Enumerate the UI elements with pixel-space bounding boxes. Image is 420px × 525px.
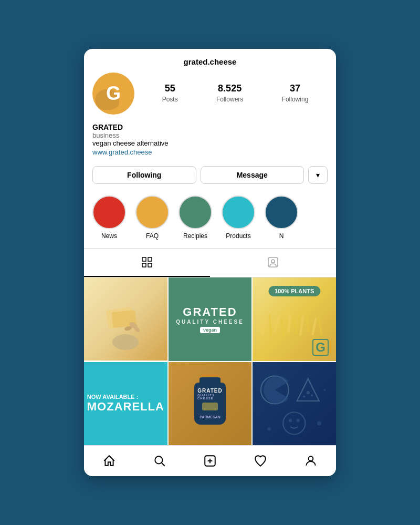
avatar[interactable]: G [92, 73, 134, 115]
profile-header: grated.cheese G 55 Posts 8.525 Followers [84, 49, 336, 161]
photo-grid: GRATED QUALITY CHEESE vegan 100% PLANTS … [84, 277, 336, 445]
svg-rect-19 [311, 318, 318, 336]
doodle-overlay [253, 362, 336, 446]
product-bag: GRATED QUALITY CHEESE PARMESAN [194, 383, 226, 425]
svg-rect-2 [142, 263, 146, 267]
svg-point-32 [155, 457, 162, 464]
svg-rect-0 [142, 258, 146, 261]
grid-item-brand[interactable]: GRATED QUALITY CHEESE vegan [169, 277, 252, 361]
grid-item-cashews[interactable] [84, 277, 167, 361]
highlight-extra[interactable]: N [265, 195, 298, 240]
grid-img-plants: 100% PLANTS G [253, 277, 336, 361]
tab-grid[interactable] [84, 249, 210, 277]
grid-item-mozarella[interactable]: NOW AVAILABLE : MOZARELLA [84, 362, 167, 446]
bag-product-sub: QUALITY CHEESE [197, 394, 223, 400]
bio-section: GRATED business vegan cheese alternative… [92, 121, 328, 161]
brand-text: GRATED QUALITY CHEESE vegan [176, 305, 244, 333]
action-buttons: Following Message ▾ [84, 161, 336, 191]
grid-img-mozarella: NOW AVAILABLE : MOZARELLA [84, 362, 167, 446]
svg-point-25 [311, 394, 313, 396]
svg-point-27 [289, 418, 292, 421]
nav-heart[interactable] [235, 450, 286, 472]
following-stat[interactable]: 37 Following [282, 83, 309, 104]
svg-point-36 [309, 457, 313, 461]
dropdown-button[interactable]: ▾ [308, 166, 328, 184]
avatar-letter: G [106, 83, 121, 105]
svg-point-30 [268, 427, 271, 430]
nav-profile[interactable] [286, 450, 336, 472]
highlight-products-circle [222, 195, 255, 229]
tab-tagged[interactable] [210, 249, 336, 277]
moz-now: NOW AVAILABLE : [87, 394, 139, 400]
highlight-news-label: News [101, 232, 117, 240]
profile-info-row: G 55 Posts 8.525 Followers 37 Following [92, 73, 328, 121]
profile-icon [304, 454, 318, 468]
svg-point-31 [324, 388, 326, 390]
highlight-news[interactable]: News [92, 195, 126, 240]
highlight-products[interactable]: Products [222, 195, 255, 240]
svg-rect-13 [274, 316, 280, 333]
following-button[interactable]: Following [92, 166, 196, 184]
mozarella-text: NOW AVAILABLE : MOZARELLA [84, 385, 167, 422]
svg-point-29 [317, 421, 321, 425]
svg-point-5 [271, 260, 275, 263]
svg-rect-1 [148, 258, 152, 261]
bio-description: vegan cheese alternative [92, 139, 328, 147]
grid-img-product-bag: GRATED QUALITY CHEESE PARMESAN [169, 362, 252, 446]
nav-home[interactable] [84, 450, 134, 472]
grid-item-doodle[interactable] [253, 362, 336, 446]
plants-badge: 100% PLANTS [268, 286, 320, 296]
moz-name: MOZARELLA [87, 400, 164, 414]
bag-top [200, 377, 220, 384]
svg-point-23 [307, 391, 310, 394]
bag-shape: GRATED QUALITY CHEESE PARMESAN [194, 383, 226, 425]
posts-stat[interactable]: 55 Posts [162, 83, 178, 104]
message-button[interactable]: Message [201, 166, 304, 184]
svg-point-26 [284, 412, 306, 434]
grid-item-product-bag[interactable]: GRATED QUALITY CHEESE PARMESAN [169, 362, 252, 446]
stats-row: 55 Posts 8.525 Followers 37 Following [143, 83, 328, 104]
nav-add[interactable] [185, 450, 235, 472]
posts-label: Posts [162, 96, 178, 103]
svg-rect-3 [148, 263, 152, 267]
svg-point-24 [303, 395, 306, 397]
svg-rect-11 [261, 317, 267, 336]
svg-rect-14 [280, 318, 285, 338]
grid-item-plants[interactable]: 100% PLANTS G [253, 277, 336, 361]
followers-stat[interactable]: 8.525 Followers [216, 83, 243, 104]
bio-link[interactable]: www.grated.cheese [92, 148, 152, 156]
followers-label: Followers [216, 96, 243, 103]
shredded-cheese-art [253, 311, 336, 361]
bag-parmesan: PARMESAN [200, 415, 220, 419]
grid-img-doodle [253, 362, 336, 446]
add-icon [203, 454, 217, 468]
highlight-extra-circle [265, 195, 298, 229]
highlight-recipies-label: Recipies [183, 232, 207, 240]
highlight-products-label: Products [226, 232, 250, 240]
grid-img-cashews [84, 277, 167, 361]
highlight-faq-circle [135, 195, 169, 229]
doodle-svg [253, 362, 336, 446]
grid-img-brand: GRATED QUALITY CHEESE vegan [169, 277, 252, 361]
svg-rect-16 [292, 317, 298, 334]
following-count: 37 [282, 83, 309, 94]
bottom-nav [84, 445, 336, 476]
home-icon [102, 454, 116, 468]
highlights-section: News FAQ Recipies Products N [84, 191, 336, 248]
svg-rect-21 [202, 403, 218, 410]
highlight-recipies[interactable]: Recipies [178, 195, 212, 240]
content-tab-bar [84, 248, 336, 277]
svg-rect-20 [318, 316, 323, 336]
svg-point-28 [297, 418, 300, 421]
brand-vegan: vegan [200, 327, 220, 333]
svg-rect-18 [306, 314, 310, 333]
highlight-faq-label: FAQ [146, 232, 159, 240]
svg-rect-17 [299, 316, 304, 337]
highlight-faq[interactable]: FAQ [135, 195, 169, 240]
person-tag-icon [267, 256, 279, 269]
following-label: Following [282, 96, 309, 103]
nav-search[interactable] [134, 450, 185, 472]
svg-rect-15 [287, 314, 291, 333]
highlight-news-circle [92, 195, 126, 229]
svg-rect-12 [268, 314, 272, 336]
